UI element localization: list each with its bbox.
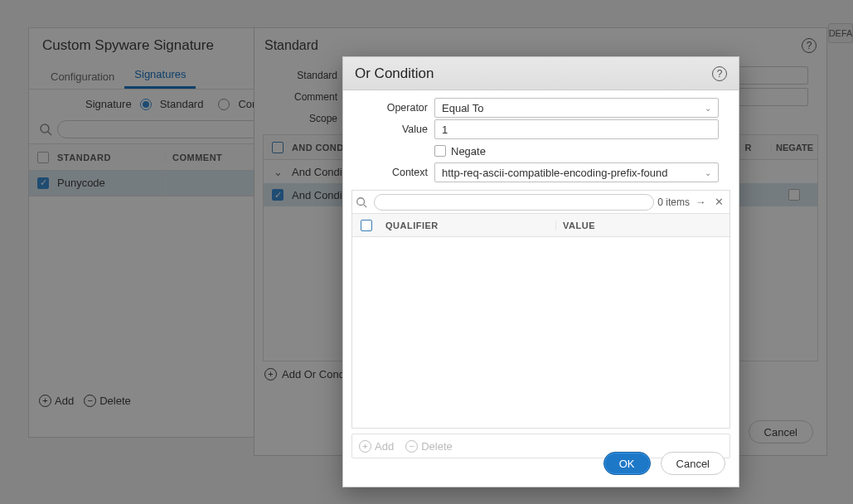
label-value: Value (343, 124, 434, 135)
negate-checkbox[interactable] (434, 145, 446, 157)
col-qualifier[interactable]: QUALIFIER (380, 220, 555, 230)
operator-value: Equal To (442, 102, 483, 114)
qualifier-delete-button[interactable]: − Delete (405, 440, 453, 453)
operator-select[interactable]: Equal To ⌄ (434, 98, 719, 118)
help-icon[interactable]: ? (712, 66, 727, 81)
plus-icon: + (359, 440, 371, 453)
qualifier-search-input[interactable] (374, 194, 654, 211)
qualifier-add-label: Add (375, 440, 394, 453)
chevron-down-icon: ⌄ (705, 168, 711, 177)
context-value: http-req-ascii-compatible-encoding-prefi… (442, 167, 667, 179)
label-operator: Operator (343, 102, 434, 114)
qualifier-search-bar: 0 items → ✕ (352, 191, 729, 214)
qualifier-delete-label: Delete (421, 440, 453, 453)
qualifier-select-all-checkbox[interactable] (361, 220, 372, 231)
cancel-button[interactable]: Cancel (661, 452, 725, 475)
search-icon[interactable] (356, 196, 371, 208)
minus-icon: − (405, 440, 418, 453)
qualifier-area: 0 items → ✕ QUALIFIER VALUE (351, 190, 730, 429)
or-title: Or Condition (355, 65, 434, 82)
or-condition-dialog: Or Condition ? Operator Equal To ⌄ Value… (342, 56, 739, 487)
or-button-row: OK Cancel (603, 452, 725, 475)
chevron-down-icon: ⌄ (705, 104, 711, 113)
qualifier-body (352, 237, 729, 428)
or-title-bar: Or Condition ? (343, 57, 739, 90)
arrow-right-icon[interactable]: → (693, 196, 708, 208)
context-select[interactable]: http-req-ascii-compatible-encoding-prefi… (434, 162, 719, 182)
svg-point-2 (357, 197, 365, 205)
or-form: Operator Equal To ⌄ Value 1 Negate Conte… (343, 90, 739, 187)
negate-label: Negate (451, 145, 486, 158)
qualifier-header: QUALIFIER VALUE (352, 214, 729, 237)
close-icon[interactable]: ✕ (711, 196, 726, 208)
value-text: 1 (442, 124, 448, 136)
items-count: 0 items (657, 196, 690, 208)
label-context: Context (343, 167, 434, 178)
ok-button[interactable]: OK (603, 452, 651, 475)
col-value[interactable]: VALUE (555, 220, 729, 230)
value-input[interactable]: 1 (434, 119, 719, 139)
svg-line-3 (364, 204, 367, 207)
qualifier-add-button[interactable]: + Add (359, 440, 394, 453)
